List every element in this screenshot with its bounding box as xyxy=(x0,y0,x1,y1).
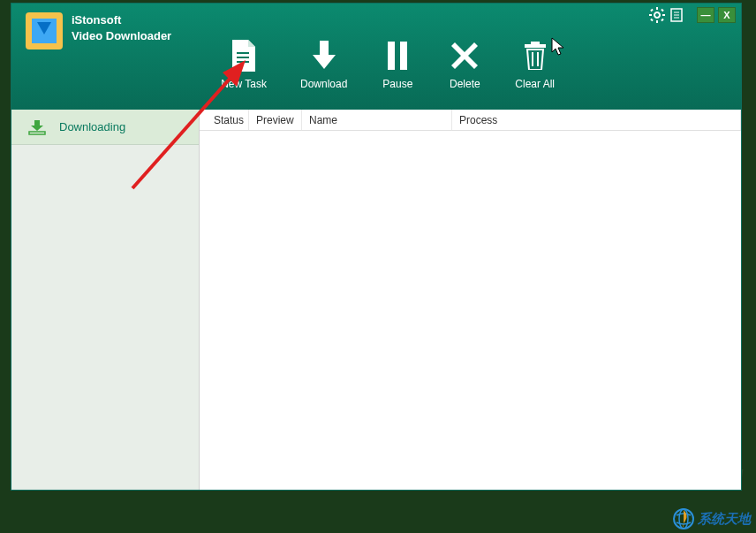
content-area: Downloading Status Preview Name Process xyxy=(11,110,741,490)
svg-rect-17 xyxy=(661,9,664,12)
table-body xyxy=(200,131,741,490)
svg-rect-15 xyxy=(661,19,664,22)
download-arrow-icon xyxy=(307,39,341,72)
app-logo-icon xyxy=(26,12,63,49)
download-label: Download xyxy=(300,78,347,90)
svg-rect-7 xyxy=(525,44,546,48)
svg-rect-4 xyxy=(388,42,395,70)
sidebar-downloading-label: Downloading xyxy=(59,120,125,133)
new-task-button[interactable]: New Task xyxy=(221,23,267,90)
new-task-label: New Task xyxy=(221,78,267,90)
window-controls: — X xyxy=(649,7,736,23)
clipboard-icon xyxy=(669,7,684,23)
svg-rect-0 xyxy=(237,52,249,54)
titlebar: iStonsoft Video Downloader New Task xyxy=(11,4,741,110)
pause-label: Pause xyxy=(382,78,412,90)
gear-icon xyxy=(649,7,665,23)
watermark: 系统天地 xyxy=(673,508,751,529)
app-name-line2: Video Downloader xyxy=(72,28,171,44)
svg-rect-22 xyxy=(29,132,45,134)
watermark-text: 系统天地 xyxy=(698,511,751,528)
minimize-icon: — xyxy=(701,10,711,20)
svg-rect-10 xyxy=(656,7,658,10)
app-logo-area: iStonsoft Video Downloader xyxy=(11,4,185,110)
close-button[interactable]: X xyxy=(718,7,736,23)
svg-rect-11 xyxy=(656,20,658,23)
pause-button[interactable]: Pause xyxy=(381,23,414,90)
clear-all-button[interactable]: Clear All xyxy=(515,23,555,90)
column-header-status[interactable]: Status xyxy=(207,110,249,130)
delete-label: Delete xyxy=(450,78,480,90)
app-window: iStonsoft Video Downloader New Task xyxy=(11,3,742,491)
table-header: Status Preview Name Process xyxy=(200,110,741,131)
column-header-process[interactable]: Process xyxy=(452,110,741,130)
app-name-line1: iStonsoft xyxy=(72,12,171,28)
pause-icon xyxy=(381,39,414,72)
feedback-button[interactable] xyxy=(669,7,684,23)
close-icon: X xyxy=(723,10,730,20)
document-icon xyxy=(227,39,261,72)
svg-rect-14 xyxy=(650,9,654,12)
column-header-name[interactable]: Name xyxy=(302,110,452,130)
delete-button[interactable]: Delete xyxy=(448,23,481,90)
globe-icon xyxy=(673,508,694,529)
svg-rect-13 xyxy=(662,14,665,16)
sidebar: Downloading xyxy=(11,110,200,490)
toolbar: New Task Download Paus xyxy=(221,4,555,110)
app-title: iStonsoft Video Downloader xyxy=(72,12,171,44)
downloading-tray-icon xyxy=(27,118,47,137)
main-panel: Status Preview Name Process xyxy=(200,110,741,490)
download-button[interactable]: Download xyxy=(300,23,347,90)
settings-button[interactable] xyxy=(649,7,665,23)
svg-rect-3 xyxy=(320,41,329,55)
delete-x-icon xyxy=(448,39,481,72)
trash-icon xyxy=(518,39,552,72)
clear-all-label: Clear All xyxy=(515,78,555,90)
column-header-preview[interactable]: Preview xyxy=(249,110,302,130)
svg-rect-12 xyxy=(649,14,652,16)
minimize-button[interactable]: — xyxy=(697,7,714,23)
svg-rect-6 xyxy=(531,42,540,44)
svg-rect-2 xyxy=(237,61,249,63)
svg-rect-1 xyxy=(237,57,249,58)
sidebar-item-downloading[interactable]: Downloading xyxy=(11,110,199,145)
svg-rect-16 xyxy=(650,19,654,22)
svg-rect-5 xyxy=(400,42,407,70)
